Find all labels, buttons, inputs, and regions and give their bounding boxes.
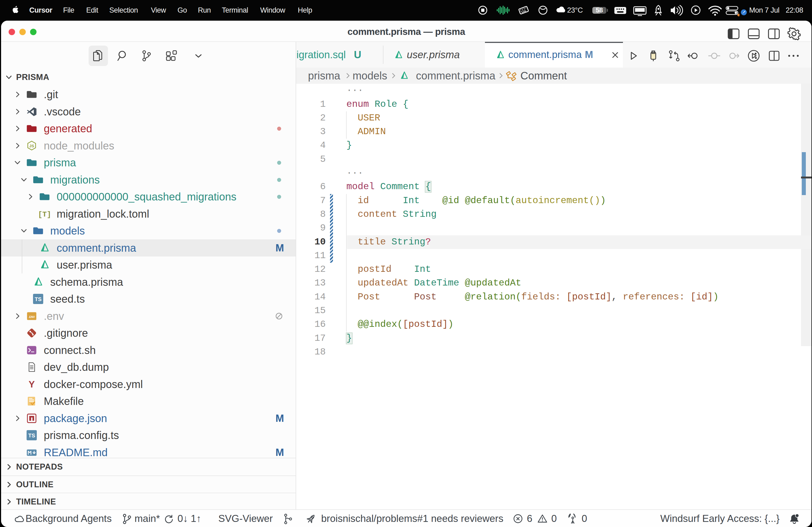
- svg-text:.ENV: .ENV: [28, 316, 35, 318]
- svg-text:TS: TS: [35, 296, 42, 302]
- svg-text:58: 58: [596, 6, 603, 14]
- svg-text:TS: TS: [28, 433, 35, 438]
- svg-text:[T]: [T]: [39, 210, 50, 219]
- svg-text:JS: JS: [29, 144, 34, 148]
- svg-text:Y: Y: [28, 379, 35, 389]
